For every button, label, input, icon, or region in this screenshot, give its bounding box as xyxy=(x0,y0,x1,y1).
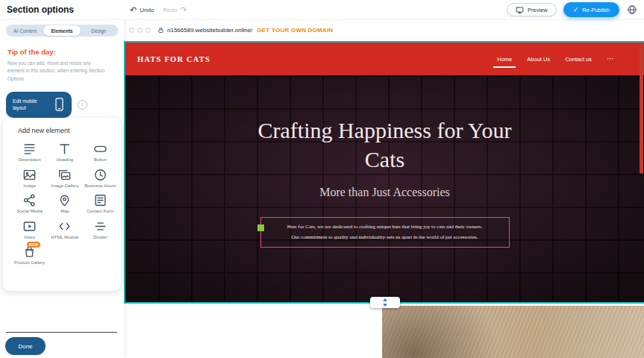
sidebar-divider xyxy=(6,332,117,333)
element-map[interactable]: Map xyxy=(47,193,82,215)
hero-subheading[interactable]: More than Just Accessories xyxy=(125,186,644,199)
tip-title: Tip of the day: xyxy=(7,48,116,56)
element-product-gallery[interactable]: NEW Product Gallery xyxy=(12,245,47,266)
video-icon xyxy=(22,219,37,233)
new-badge: NEW xyxy=(27,242,41,248)
element-heading[interactable]: Heading xyxy=(47,142,82,163)
done-button[interactable]: Done xyxy=(5,337,46,355)
redo-button[interactable]: Redo ↷ xyxy=(163,6,187,14)
edit-mobile-layout-button[interactable]: Edit mobile layout xyxy=(6,92,72,118)
heading-icon xyxy=(57,142,72,156)
browser-address-bar: n1566589.websitebuilder.online/ GET YOUR… xyxy=(124,19,644,41)
lock-icon xyxy=(157,26,164,34)
hero-body-line-2: Our commitment to quality and individual… xyxy=(264,233,506,243)
site-header: HATS FOR CATS Home About Us Contact us ⋯ xyxy=(125,43,644,75)
app-window: Section options ↶ Undo Redo ↷ Preview xyxy=(0,0,644,358)
tab-elements[interactable]: Elements xyxy=(43,25,80,36)
element-contact-form[interactable]: Contact Form xyxy=(83,193,118,215)
topbar-actions: Preview ✓ Re-Publish xyxy=(507,2,638,17)
image-icon xyxy=(22,168,37,182)
add-new-element-title: Add new element xyxy=(18,127,118,134)
tab-design[interactable]: Design xyxy=(81,25,117,36)
window-dots-icon xyxy=(129,28,151,33)
html-module-icon xyxy=(57,219,72,233)
element-grid: Description Heading Button Image Image G… xyxy=(12,142,118,266)
nav-about-us[interactable]: About Us xyxy=(527,56,550,63)
resize-arrows-icon xyxy=(381,298,389,307)
site-nav: Home About Us Contact us ⋯ xyxy=(497,56,614,63)
undo-button[interactable]: ↶ Undo xyxy=(130,6,154,14)
element-image[interactable]: Image xyxy=(12,168,47,189)
preview-button[interactable]: Preview xyxy=(507,3,557,16)
element-business-hours[interactable]: Business Hours xyxy=(83,168,118,189)
section-resize-handle[interactable] xyxy=(370,297,400,308)
hero-text-element[interactable]: Hats for Cats, we are dedicated to craft… xyxy=(260,217,510,248)
checkmark-icon: ✓ xyxy=(573,7,579,13)
get-domain-link[interactable]: GET YOUR OWN DOMAIN xyxy=(257,27,333,34)
page-title: Section options xyxy=(7,4,74,15)
site-url: n1566589.websitebuilder.online/ xyxy=(167,27,252,34)
element-html-module[interactable]: HTML Module xyxy=(47,219,82,241)
element-drag-handle[interactable] xyxy=(257,224,264,231)
monitor-icon xyxy=(516,6,524,14)
site-preview-canvas: n1566589.websitebuilder.online/ GET YOUR… xyxy=(124,19,644,358)
republish-label: Re-Publish xyxy=(582,7,610,13)
redo-icon: ↷ xyxy=(180,6,187,14)
undo-icon: ↶ xyxy=(130,6,137,14)
edit-mobile-layout-label: Edit mobile layout xyxy=(13,98,50,112)
element-image-gallery[interactable]: Image Gallery xyxy=(47,168,82,189)
image-gallery-icon xyxy=(57,168,72,182)
add-new-element-panel: Add new element Description Heading Butt… xyxy=(3,118,121,291)
nav-contact-us[interactable]: Contact us xyxy=(565,56,592,63)
description-icon xyxy=(22,142,37,156)
preview-scrollbar[interactable] xyxy=(640,43,643,174)
phone-icon xyxy=(55,98,63,111)
tip-body: Now you can add, move and resize any ele… xyxy=(7,60,107,83)
language-globe-button[interactable] xyxy=(626,4,638,16)
hero-body-line-1: Hats for Cats, we are dedicated to craft… xyxy=(264,222,506,233)
nav-home[interactable]: Home xyxy=(497,56,512,63)
hero-section: Crafting Happiness for Your Cats More th… xyxy=(125,75,644,302)
divider-icon xyxy=(93,219,107,233)
globe-icon xyxy=(627,4,637,15)
sidebar-tabs: AI Content Elements Design xyxy=(6,25,118,37)
section-options-sidebar: AI Content Elements Design Tip of the da… xyxy=(0,19,124,358)
topbar: Section options ↶ Undo Redo ↷ Preview xyxy=(0,0,644,20)
map-icon xyxy=(57,193,72,207)
mobile-layout-row: Edit mobile layout i xyxy=(6,92,124,118)
republish-button[interactable]: ✓ Re-Publish xyxy=(563,2,619,17)
preview-label: Preview xyxy=(528,7,548,13)
element-divider[interactable]: Divider xyxy=(83,219,118,241)
element-video[interactable]: Video xyxy=(12,219,47,241)
social-media-icon xyxy=(22,193,37,207)
element-social-media[interactable]: Social Media xyxy=(12,193,47,215)
tip-of-the-day: Tip of the day: Now you can add, move an… xyxy=(0,48,124,83)
redo-label: Redo xyxy=(163,7,177,13)
history-controls: ↶ Undo Redo ↷ xyxy=(130,0,187,19)
element-description[interactable]: Description xyxy=(12,142,47,163)
business-hours-icon xyxy=(93,168,107,182)
site-logo[interactable]: HATS FOR CATS xyxy=(137,55,210,63)
info-icon[interactable]: i xyxy=(78,100,87,110)
selected-section[interactable]: HATS FOR CATS Home About Us Contact us ⋯… xyxy=(124,41,644,304)
button-icon xyxy=(93,142,107,156)
tab-ai-content[interactable]: AI Content xyxy=(7,25,43,36)
contact-form-icon xyxy=(93,193,107,207)
hero-heading[interactable]: Crafting Happiness for Your Cats xyxy=(247,116,523,174)
undo-label: Undo xyxy=(140,7,154,13)
element-button[interactable]: Button xyxy=(83,142,118,163)
next-section-image xyxy=(382,306,644,358)
